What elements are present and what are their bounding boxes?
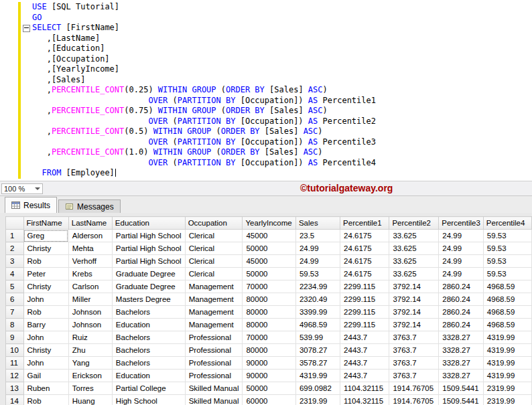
column-header[interactable]: Education: [112, 217, 185, 230]
row-header[interactable]: 13: [6, 382, 24, 395]
code-line[interactable]: OVER (PARTITION BY [Occupation]) AS Perc…: [32, 158, 376, 169]
row-header[interactable]: 14: [6, 395, 24, 405]
grid-cell[interactable]: Yang: [68, 357, 112, 370]
grid-cell[interactable]: Alderson: [68, 230, 112, 242]
row-header[interactable]: 10: [6, 344, 24, 357]
grid-cell[interactable]: 24.6175: [340, 268, 389, 280]
grid-cell[interactable]: 1509.5441: [439, 395, 484, 405]
column-header[interactable]: Percentile3: [439, 217, 484, 230]
grid-cell[interactable]: 2443.7: [340, 357, 389, 370]
grid-cell[interactable]: Erickson: [68, 370, 112, 382]
grid-cell[interactable]: 70000: [243, 280, 295, 293]
grid-cell[interactable]: 2299.115: [340, 306, 389, 319]
grid-cell[interactable]: 59.53: [483, 255, 531, 268]
grid-cell[interactable]: Professional: [185, 331, 243, 344]
grid-cell[interactable]: Masters Degree: [112, 293, 185, 306]
grid-cell[interactable]: 3578.27: [295, 357, 340, 370]
grid-cell[interactable]: Gail: [23, 370, 68, 382]
grid-cell[interactable]: Verhoff: [68, 255, 112, 268]
row-header[interactable]: 11: [6, 357, 24, 370]
grid-cell[interactable]: 4968.59: [483, 280, 531, 293]
grid-cell[interactable]: 59.53: [483, 268, 531, 280]
grid-cell[interactable]: Rob: [23, 255, 68, 268]
grid-cell[interactable]: Miller: [68, 293, 112, 306]
grid-cell[interactable]: 3763.7: [389, 344, 439, 357]
grid-cell[interactable]: 45000: [243, 230, 295, 242]
grid-cell[interactable]: 4968.59: [483, 306, 531, 319]
grid-cell[interactable]: 80000: [243, 293, 295, 306]
grid-cell[interactable]: 70000: [243, 331, 295, 344]
sql-editor[interactable]: USE [SQL Tutorial]GOSELECT [FirstName] ,…: [0, 0, 532, 181]
grid-cell[interactable]: Management: [185, 319, 243, 331]
code-line[interactable]: ,PERCENTILE_CONT(1.0) WITHIN GROUP (ORDE…: [32, 147, 376, 158]
tab-results[interactable]: Results: [5, 197, 57, 213]
grid-cell[interactable]: 3399.99: [295, 306, 340, 319]
grid-cell[interactable]: 2860.24: [439, 319, 484, 331]
grid-cell[interactable]: 2299.115: [340, 280, 389, 293]
grid-cell[interactable]: High School: [112, 395, 185, 405]
grid-cell[interactable]: 24.6175: [340, 242, 389, 255]
grid-cell[interactable]: 3763.7: [389, 331, 439, 344]
grid-cell[interactable]: Krebs: [68, 268, 112, 280]
row-header[interactable]: 9: [6, 331, 24, 344]
grid-cell[interactable]: 1104.32115: [340, 382, 389, 395]
grid-cell[interactable]: 50000: [243, 242, 295, 255]
code-line[interactable]: ,PERCENTILE_CONT(0.25) WITHIN GROUP (ORD…: [32, 85, 376, 96]
grid-cell[interactable]: 2860.24: [439, 306, 484, 319]
code-line[interactable]: FROM [Employee]: [32, 168, 376, 179]
grid-cell[interactable]: 2319.99: [295, 395, 340, 405]
grid-cell[interactable]: Skilled Manual: [185, 382, 243, 395]
grid-cell[interactable]: 33.625: [389, 230, 439, 242]
grid-cell[interactable]: Carlson: [68, 280, 112, 293]
row-header[interactable]: 8: [6, 319, 24, 331]
column-header[interactable]: YearlyIncome: [243, 217, 295, 230]
grid-cell[interactable]: 3328.27: [439, 344, 484, 357]
grid-cell[interactable]: 2443.7: [340, 344, 389, 357]
grid-cell[interactable]: 2319.99: [483, 382, 531, 395]
grid-cell[interactable]: Bachelors: [112, 344, 185, 357]
code-line[interactable]: GO: [32, 13, 376, 23]
grid-cell[interactable]: Christy: [23, 344, 68, 357]
grid-cell[interactable]: Bachelors: [112, 306, 185, 319]
grid-cell[interactable]: 539.99: [295, 331, 340, 344]
grid-cell[interactable]: Partial College: [112, 382, 185, 395]
grid-cell[interactable]: 3792.14: [389, 280, 439, 293]
grid-cell[interactable]: 2443.7: [340, 331, 389, 344]
grid-cell[interactable]: 24.99: [439, 230, 484, 242]
column-header[interactable]: Sales: [295, 217, 340, 230]
grid-cell[interactable]: Johnson: [68, 306, 112, 319]
grid-cell[interactable]: 80000: [243, 306, 295, 319]
grid-cell[interactable]: 1509.5441: [439, 382, 484, 395]
row-header[interactable]: 6: [6, 293, 24, 306]
grid-cell[interactable]: 33.625: [389, 242, 439, 255]
grid-cell[interactable]: 1914.76705: [389, 395, 439, 405]
grid-cell[interactable]: 699.0982: [295, 382, 340, 395]
row-header[interactable]: 5: [6, 280, 24, 293]
row-header[interactable]: 4: [6, 268, 24, 280]
grid-cell[interactable]: Management: [185, 280, 243, 293]
grid-cell[interactable]: 4319.99: [295, 370, 340, 382]
grid-cell[interactable]: Clerical: [185, 255, 243, 268]
code-line[interactable]: ,PERCENTILE_CONT(0.5) WITHIN GROUP (ORDE…: [32, 127, 376, 137]
zoom-control[interactable]: 100 %: [1, 183, 43, 194]
grid-cell[interactable]: Professional: [185, 370, 243, 382]
grid-cell[interactable]: Huang: [68, 395, 112, 405]
grid-cell[interactable]: Education: [112, 370, 185, 382]
grid-cell[interactable]: Graduate Degree: [112, 268, 185, 280]
grid-cell[interactable]: 1104.32115: [340, 395, 389, 405]
grid-cell[interactable]: 33.625: [389, 268, 439, 280]
grid-cell[interactable]: Rob: [23, 306, 68, 319]
grid-cell[interactable]: 2319.99: [483, 395, 531, 405]
grid-cell[interactable]: John: [23, 331, 68, 344]
grid-cell[interactable]: 3078.27: [295, 344, 340, 357]
grid-cell[interactable]: Bachelors: [112, 357, 185, 370]
code-line[interactable]: OVER (PARTITION BY [Occupation]) AS Perc…: [32, 96, 376, 106]
grid-cell[interactable]: Rob: [23, 395, 68, 405]
code-line[interactable]: SELECT [FirstName]: [32, 23, 376, 33]
grid-cell[interactable]: 2860.24: [439, 280, 484, 293]
column-header[interactable]: Percentile2: [389, 217, 439, 230]
code-line[interactable]: ,[LastName]: [32, 33, 376, 44]
grid-cell[interactable]: 3328.27: [439, 331, 484, 344]
grid-cell[interactable]: 59.53: [483, 242, 531, 255]
grid-cell[interactable]: 3792.14: [389, 306, 439, 319]
